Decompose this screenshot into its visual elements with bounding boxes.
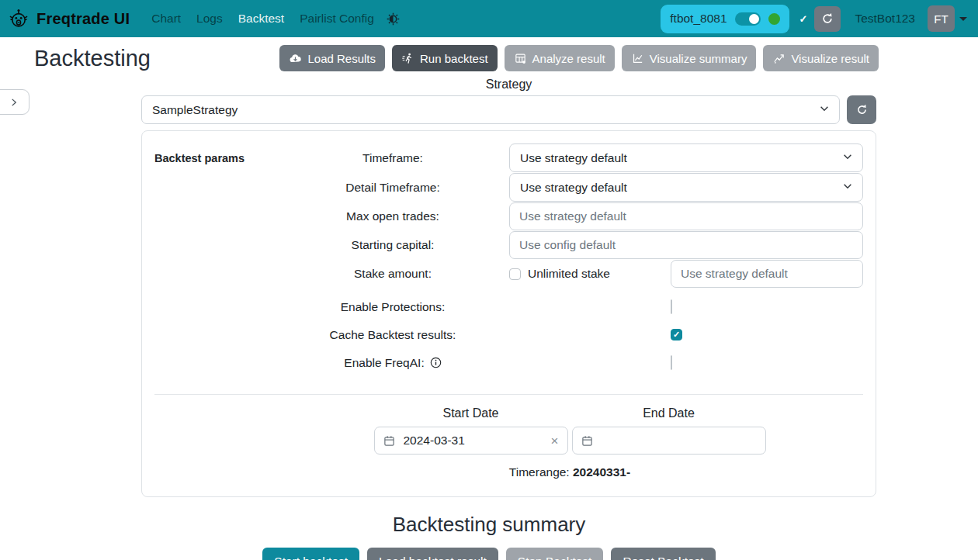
- unlimited-stake-label[interactable]: Unlimited stake: [528, 267, 610, 281]
- nav-link-backtest[interactable]: Backtest: [231, 0, 292, 37]
- run-backtest-label: Run backtest: [420, 52, 488, 65]
- chevron-down-icon[interactable]: [959, 17, 967, 21]
- start-date-field[interactable]: ×: [374, 427, 568, 455]
- bot-toggle-switch[interactable]: [735, 12, 761, 26]
- enable-freqai-row: Enable FreqAI:: [276, 349, 863, 376]
- visualize-summary-label: Visualize summary: [650, 52, 747, 65]
- chevron-right-icon: [9, 98, 19, 107]
- strategy-select[interactable]: SampleStrategy: [141, 95, 840, 124]
- nav-link-logs[interactable]: Logs: [189, 0, 231, 37]
- end-date-label: End Date: [572, 406, 766, 420]
- stake-amount-row: Stake amount: Unlimited stake: [276, 260, 863, 288]
- load-results-label: Load Results: [307, 52, 376, 65]
- nav-links: Chart Logs Backtest Pairlist Config: [144, 0, 400, 37]
- cache-results-label: Cache Backtest results:: [276, 328, 509, 342]
- table-icon: [514, 52, 527, 65]
- timeframe-select[interactable]: Use strategy default: [509, 143, 863, 172]
- page-header: Backtesting Load Results: [0, 37, 978, 73]
- start-date-input[interactable]: [402, 433, 544, 448]
- max-open-trades-row: Max open trades:: [276, 202, 863, 230]
- load-backtest-result-button[interactable]: Load backtest result: [367, 548, 498, 560]
- detail-timeframe-value: Use strategy default: [520, 181, 627, 195]
- load-results-button[interactable]: Load Results: [279, 45, 385, 71]
- starting-capital-row: Starting capital:: [276, 231, 863, 259]
- bot-selector-badge[interactable]: ftbot_8081: [661, 5, 789, 33]
- chevron-down-icon: [842, 181, 853, 195]
- cache-results-checkbox[interactable]: ✓: [671, 329, 682, 340]
- timerange-label: Timerange:: [509, 465, 570, 479]
- enable-freqai-checkbox[interactable]: [671, 355, 672, 370]
- enable-protections-checkbox[interactable]: [671, 299, 672, 314]
- timeframe-label: Timeframe:: [276, 151, 509, 165]
- refresh-strategy-list-button[interactable]: [847, 95, 876, 124]
- reset-backtest-button[interactable]: Reset Backtest: [611, 548, 715, 560]
- info-icon[interactable]: [430, 357, 442, 368]
- max-open-trades-input[interactable]: [509, 202, 863, 230]
- params-form: Timeframe: Use strategy default Detail T…: [276, 143, 863, 377]
- sidebar-expand-button[interactable]: [0, 89, 29, 115]
- page-title: Backtesting: [34, 46, 151, 71]
- strategy-selected-value: SampleStrategy: [152, 103, 238, 117]
- theme-toggle-icon[interactable]: [387, 12, 400, 26]
- strategy-section: Strategy SampleStrategy: [141, 78, 876, 124]
- visualize-result-button[interactable]: Visualize result: [763, 45, 879, 71]
- check-icon: ✓: [799, 13, 808, 25]
- bot-name: ftbot_8081: [670, 12, 727, 26]
- nav-link-pairlist-config[interactable]: Pairlist Config: [292, 0, 382, 37]
- nav-link-chart[interactable]: Chart: [144, 0, 189, 37]
- max-open-trades-label: Max open trades:: [276, 209, 509, 223]
- unlimited-stake-checkbox[interactable]: [509, 268, 521, 280]
- start-backtest-button[interactable]: Start backtest: [262, 548, 359, 560]
- clear-date-icon[interactable]: ×: [551, 434, 559, 448]
- refresh-icon: [820, 12, 834, 26]
- starting-capital-label: Starting capital:: [276, 238, 509, 252]
- timeframe-value: Use strategy default: [520, 151, 627, 165]
- panel-legend: Backtest params: [154, 143, 276, 377]
- analyze-result-button[interactable]: Analyze result: [505, 45, 615, 71]
- runner-icon: [401, 52, 414, 65]
- cache-results-row: Cache Backtest results: ✓: [276, 321, 863, 348]
- chevron-down-icon: [819, 103, 830, 117]
- top-navbar: Freqtrade UI Chart Logs Backtest Pairlis…: [0, 0, 978, 37]
- stop-backtest-button[interactable]: Stop Backtest: [506, 548, 604, 560]
- chart-scatter-icon: [772, 52, 786, 65]
- calendar-icon: [581, 435, 593, 447]
- user-avatar[interactable]: FT: [928, 5, 955, 32]
- run-backtest-button[interactable]: Run backtest: [392, 45, 498, 71]
- dates-area: Start Date ×: [276, 395, 863, 479]
- starting-capital-input[interactable]: [509, 231, 863, 259]
- analyze-result-label: Analyze result: [532, 52, 605, 65]
- start-date-label: Start Date: [374, 406, 568, 420]
- brand[interactable]: Freqtrade UI: [8, 8, 130, 29]
- header-buttons: Load Results Run backtest: [279, 45, 879, 71]
- cloud-download-icon: [289, 52, 302, 65]
- end-date-input[interactable]: [600, 433, 757, 448]
- stake-amount-input[interactable]: [671, 260, 863, 288]
- timerange-display: Timerange: 20240331-: [276, 465, 863, 479]
- logged-in-username[interactable]: TestBot123: [855, 12, 915, 26]
- freqtrade-robot-logo-icon: [8, 8, 29, 29]
- chevron-down-icon: [842, 151, 853, 165]
- chart-line-icon: [631, 52, 644, 65]
- timerange-value: 20240331-: [573, 465, 630, 479]
- backtesting-summary-title: Backtesting summary: [0, 513, 978, 537]
- calendar-icon: [383, 435, 395, 447]
- reload-bot-button[interactable]: [814, 6, 841, 32]
- backtest-params-panel: Backtest params Timeframe: Use strategy …: [141, 130, 876, 497]
- enable-protections-row: Enable Protections:: [276, 293, 863, 320]
- detail-timeframe-row: Detail Timeframe: Use strategy default: [276, 173, 863, 202]
- enable-freqai-label: Enable FreqAI:: [344, 356, 424, 370]
- navbar-right: ftbot_8081 ✓ TestBot123 FT: [661, 5, 967, 33]
- stake-amount-label: Stake amount:: [276, 267, 509, 281]
- visualize-result-label: Visualize result: [791, 52, 869, 65]
- detail-timeframe-select[interactable]: Use strategy default: [509, 173, 863, 202]
- summary-buttons: Start backtest Load backtest result Stop…: [0, 548, 978, 560]
- visualize-summary-button[interactable]: Visualize summary: [622, 45, 757, 71]
- strategy-label: Strategy: [141, 78, 876, 92]
- brand-name: Freqtrade UI: [36, 10, 130, 28]
- detail-timeframe-label: Detail Timeframe:: [276, 181, 509, 195]
- bot-online-status-dot: [768, 13, 780, 25]
- timeframe-row: Timeframe: Use strategy default: [276, 143, 863, 172]
- refresh-icon: [855, 103, 869, 116]
- end-date-field[interactable]: [572, 427, 766, 455]
